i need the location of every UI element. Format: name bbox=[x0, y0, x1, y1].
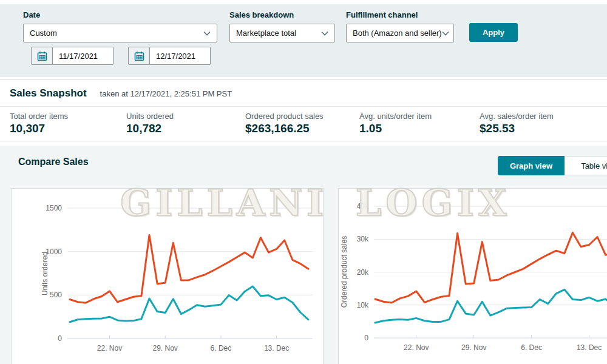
stat-label: Avg. sales/order item bbox=[480, 112, 554, 121]
svg-text:10k: 10k bbox=[357, 301, 369, 309]
svg-text:13. Dec: 13. Dec bbox=[264, 344, 289, 352]
stat-value: $263,166.25 bbox=[245, 122, 324, 135]
stat-total-order-items: Total order items 10,307 bbox=[10, 112, 68, 135]
svg-text:40k: 40k bbox=[357, 202, 369, 211]
apply-button[interactable]: Apply bbox=[469, 23, 518, 42]
date-range-value: Custom bbox=[30, 29, 57, 38]
stat-value: $25.53 bbox=[480, 122, 554, 135]
svg-text:29. Nov: 29. Nov bbox=[461, 343, 486, 352]
start-date-input[interactable] bbox=[53, 47, 114, 65]
fulfillment-channel-select[interactable]: Both (Amazon and seller) bbox=[346, 24, 454, 42]
ordered-product-sales-chart: 010k20k30k40k22. Nov29. Nov6. Dec13. Dec… bbox=[339, 189, 607, 364]
start-date-calendar-button[interactable] bbox=[31, 47, 53, 65]
sales-snapshot-stats: Total order items 10,307 Units ordered 1… bbox=[0, 107, 607, 141]
svg-text:20k: 20k bbox=[357, 268, 369, 277]
stat-ordered-product-sales: Ordered product sales $263,166.25 bbox=[245, 112, 324, 135]
chevron-down-icon bbox=[442, 31, 449, 36]
sales-breakdown-select[interactable]: Marketplace total bbox=[229, 24, 335, 42]
end-date-calendar-button[interactable] bbox=[128, 47, 150, 65]
sales-snapshot-header: Sales Snapshot taken at 12/17/2021, 2:25… bbox=[0, 79, 607, 107]
calendar-icon bbox=[134, 51, 144, 61]
sales-snapshot-timestamp: taken at 12/17/2021, 2:25:51 PM PST bbox=[100, 89, 232, 98]
sales-breakdown-value: Marketplace total bbox=[236, 29, 296, 38]
svg-text:1500: 1500 bbox=[46, 204, 62, 212]
stat-value: 1.05 bbox=[359, 122, 432, 135]
date-label: Date bbox=[23, 10, 40, 19]
svg-text:Units ordered: Units ordered bbox=[41, 252, 49, 295]
fulfillment-channel-label: Fulfillment channel bbox=[346, 10, 418, 19]
svg-text:22. Nov: 22. Nov bbox=[404, 343, 429, 352]
compare-sales-title: Compare Sales bbox=[18, 157, 89, 167]
table-view-button[interactable]: Table view bbox=[565, 156, 607, 175]
chevron-down-icon bbox=[321, 31, 328, 36]
svg-text:6. Dec: 6. Dec bbox=[521, 343, 542, 352]
sales-breakdown-label: Sales breakdown bbox=[229, 10, 294, 19]
stat-avg-sales-per-order: Avg. sales/order item $25.53 bbox=[480, 112, 554, 135]
stat-avg-units-per-order: Avg. units/order item 1.05 bbox=[359, 112, 432, 135]
sales-snapshot-title: Sales Snapshot bbox=[10, 87, 87, 99]
units-ordered-chart: 05001000150022. Nov29. Nov6. Dec13. DecU… bbox=[12, 189, 323, 364]
date-range-select[interactable]: Custom bbox=[23, 24, 217, 42]
start-date-group bbox=[31, 47, 114, 65]
units-ordered-chart-card: 05001000150022. Nov29. Nov6. Dec13. DecU… bbox=[11, 188, 324, 364]
stat-value: 10,782 bbox=[126, 122, 174, 135]
ordered-product-sales-chart-card: 010k20k30k40k22. Nov29. Nov6. Dec13. Dec… bbox=[338, 188, 607, 364]
stat-value: 10,307 bbox=[10, 122, 68, 135]
stat-units-ordered: Units ordered 10,782 bbox=[126, 112, 174, 135]
stat-label: Total order items bbox=[10, 112, 68, 121]
stat-label: Units ordered bbox=[126, 112, 174, 121]
stat-label: Avg. units/order item bbox=[359, 112, 432, 121]
filter-panel: Date Custom bbox=[0, 4, 607, 77]
graph-view-button[interactable]: Graph view bbox=[498, 156, 565, 175]
stat-label: Ordered product sales bbox=[245, 112, 324, 121]
svg-text:30k: 30k bbox=[357, 235, 369, 243]
view-toggle: Graph view Table view bbox=[498, 156, 607, 175]
svg-text:0: 0 bbox=[364, 334, 368, 342]
svg-text:6. Dec: 6. Dec bbox=[211, 344, 232, 352]
fulfillment-channel-value: Both (Amazon and seller) bbox=[353, 29, 442, 38]
svg-text:Ordered product sales: Ordered product sales bbox=[340, 236, 348, 308]
svg-text:13. Dec: 13. Dec bbox=[577, 343, 602, 352]
chevron-down-icon bbox=[203, 31, 211, 36]
calendar-icon bbox=[37, 51, 47, 61]
svg-text:29. Nov: 29. Nov bbox=[153, 344, 178, 352]
svg-text:22. Nov: 22. Nov bbox=[97, 344, 122, 352]
svg-text:500: 500 bbox=[50, 291, 62, 299]
end-date-group bbox=[128, 47, 211, 65]
svg-text:0: 0 bbox=[58, 334, 62, 343]
end-date-input[interactable] bbox=[150, 47, 211, 65]
